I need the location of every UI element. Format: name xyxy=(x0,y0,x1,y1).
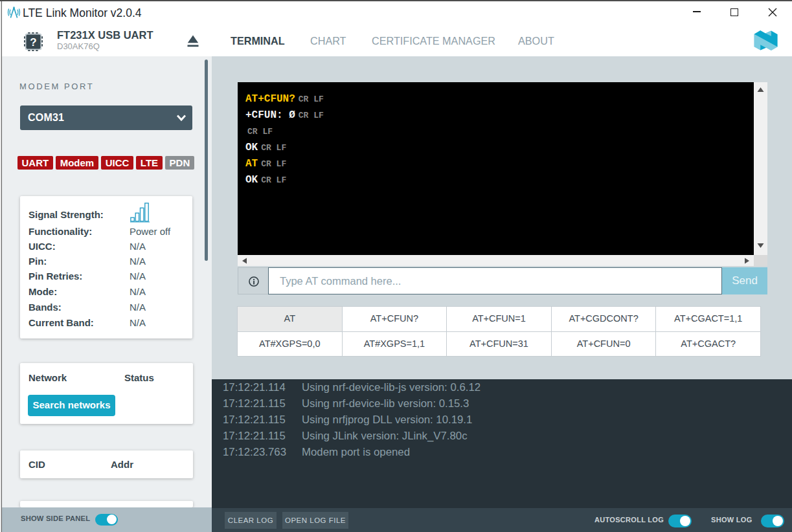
svg-text:?: ? xyxy=(30,36,36,49)
